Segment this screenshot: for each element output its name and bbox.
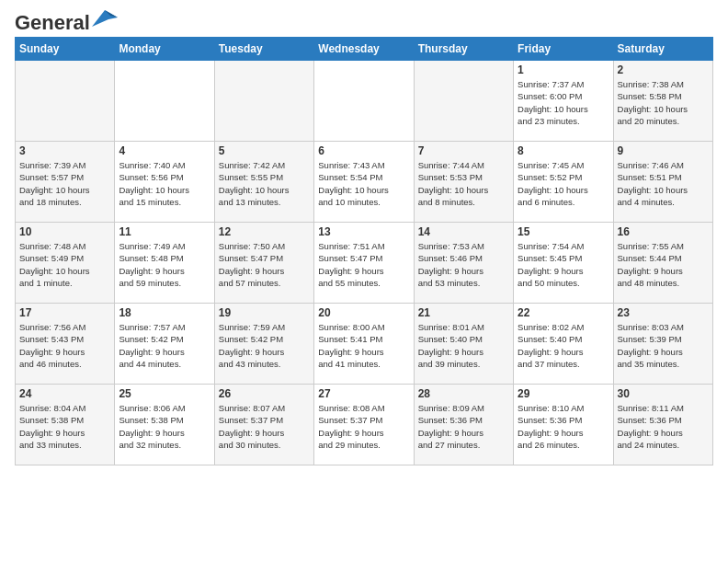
calendar-cell: 19Sunrise: 7:59 AMSunset: 5:42 PMDayligh… <box>214 304 313 385</box>
calendar-cell: 11Sunrise: 7:49 AMSunset: 5:48 PMDayligh… <box>115 223 214 304</box>
day-info: Sunrise: 8:02 AMSunset: 5:40 PMDaylight:… <box>518 321 609 370</box>
day-number: 22 <box>518 306 609 319</box>
calendar-cell <box>16 61 115 142</box>
week-row-3: 10Sunrise: 7:48 AMSunset: 5:49 PMDayligh… <box>16 223 713 304</box>
col-header-wednesday: Wednesday <box>314 38 414 61</box>
day-number: 19 <box>219 306 310 319</box>
day-number: 15 <box>518 225 609 238</box>
calendar-cell <box>115 61 214 142</box>
day-info: Sunrise: 7:43 AMSunset: 5:54 PMDaylight:… <box>318 159 409 208</box>
col-header-friday: Friday <box>514 38 613 61</box>
day-number: 4 <box>119 144 210 157</box>
day-number: 1 <box>518 63 609 76</box>
calendar-cell: 23Sunrise: 8:03 AMSunset: 5:39 PMDayligh… <box>613 304 712 385</box>
calendar-cell: 17Sunrise: 7:56 AMSunset: 5:43 PMDayligh… <box>16 304 115 385</box>
calendar-cell: 3Sunrise: 7:39 AMSunset: 5:57 PMDaylight… <box>16 142 115 223</box>
calendar-cell: 14Sunrise: 7:53 AMSunset: 5:46 PMDayligh… <box>414 223 513 304</box>
calendar-cell: 29Sunrise: 8:10 AMSunset: 5:36 PMDayligh… <box>514 385 613 465</box>
day-info: Sunrise: 7:56 AMSunset: 5:43 PMDaylight:… <box>19 321 110 370</box>
logo-general: General <box>15 11 90 34</box>
calendar-cell: 15Sunrise: 7:54 AMSunset: 5:45 PMDayligh… <box>514 223 613 304</box>
calendar-cell: 21Sunrise: 8:01 AMSunset: 5:40 PMDayligh… <box>414 304 513 385</box>
calendar-cell: 12Sunrise: 7:50 AMSunset: 5:47 PMDayligh… <box>214 223 313 304</box>
day-number: 9 <box>618 144 709 157</box>
day-info: Sunrise: 8:00 AMSunset: 5:41 PMDaylight:… <box>318 321 409 370</box>
week-row-1: 1Sunrise: 7:37 AMSunset: 6:00 PMDaylight… <box>16 61 713 142</box>
calendar-cell: 25Sunrise: 8:06 AMSunset: 5:38 PMDayligh… <box>115 385 214 465</box>
col-header-saturday: Saturday <box>613 38 712 61</box>
day-number: 28 <box>418 387 509 400</box>
day-info: Sunrise: 7:39 AMSunset: 5:57 PMDaylight:… <box>19 159 110 208</box>
calendar-cell: 18Sunrise: 7:57 AMSunset: 5:42 PMDayligh… <box>115 304 214 385</box>
calendar-cell: 10Sunrise: 7:48 AMSunset: 5:49 PMDayligh… <box>16 223 115 304</box>
calendar-cell: 16Sunrise: 7:55 AMSunset: 5:44 PMDayligh… <box>613 223 712 304</box>
day-number: 30 <box>618 387 709 400</box>
day-info: Sunrise: 8:10 AMSunset: 5:36 PMDaylight:… <box>518 402 609 451</box>
calendar-cell: 8Sunrise: 7:45 AMSunset: 5:52 PMDaylight… <box>514 142 613 223</box>
day-info: Sunrise: 8:06 AMSunset: 5:38 PMDaylight:… <box>119 402 210 451</box>
calendar-cell: 5Sunrise: 7:42 AMSunset: 5:55 PMDaylight… <box>214 142 313 223</box>
header-row: SundayMondayTuesdayWednesdayThursdayFrid… <box>16 38 713 61</box>
day-number: 29 <box>518 387 609 400</box>
day-number: 13 <box>318 225 409 238</box>
calendar-table: SundayMondayTuesdayWednesdayThursdayFrid… <box>15 37 713 465</box>
calendar-cell: 26Sunrise: 8:07 AMSunset: 5:37 PMDayligh… <box>214 385 313 465</box>
calendar-cell: 20Sunrise: 8:00 AMSunset: 5:41 PMDayligh… <box>314 304 414 385</box>
day-info: Sunrise: 7:44 AMSunset: 5:53 PMDaylight:… <box>418 159 509 208</box>
day-info: Sunrise: 8:08 AMSunset: 5:37 PMDaylight:… <box>318 402 409 451</box>
calendar-cell: 1Sunrise: 7:37 AMSunset: 6:00 PMDaylight… <box>514 61 613 142</box>
week-row-4: 17Sunrise: 7:56 AMSunset: 5:43 PMDayligh… <box>16 304 713 385</box>
day-info: Sunrise: 7:54 AMSunset: 5:45 PMDaylight:… <box>518 240 609 289</box>
calendar-cell: 24Sunrise: 8:04 AMSunset: 5:38 PMDayligh… <box>16 385 115 465</box>
day-number: 20 <box>318 306 409 319</box>
calendar-cell: 7Sunrise: 7:44 AMSunset: 5:53 PMDaylight… <box>414 142 513 223</box>
calendar-cell: 4Sunrise: 7:40 AMSunset: 5:56 PMDaylight… <box>115 142 214 223</box>
calendar-cell: 9Sunrise: 7:46 AMSunset: 5:51 PMDaylight… <box>613 142 712 223</box>
day-info: Sunrise: 7:42 AMSunset: 5:55 PMDaylight:… <box>219 159 310 208</box>
day-number: 5 <box>219 144 310 157</box>
day-number: 14 <box>418 225 509 238</box>
header: General <box>15 9 713 29</box>
calendar-cell: 30Sunrise: 8:11 AMSunset: 5:36 PMDayligh… <box>613 385 712 465</box>
col-header-monday: Monday <box>115 38 214 61</box>
week-row-5: 24Sunrise: 8:04 AMSunset: 5:38 PMDayligh… <box>16 385 713 465</box>
day-info: Sunrise: 7:49 AMSunset: 5:48 PMDaylight:… <box>119 240 210 289</box>
day-number: 6 <box>318 144 409 157</box>
week-row-2: 3Sunrise: 7:39 AMSunset: 5:57 PMDaylight… <box>16 142 713 223</box>
page: General SundayMondayTuesdayWednesdayThur… <box>0 0 728 480</box>
day-info: Sunrise: 7:38 AMSunset: 5:58 PMDaylight:… <box>618 78 709 127</box>
day-info: Sunrise: 8:03 AMSunset: 5:39 PMDaylight:… <box>618 321 709 370</box>
day-number: 10 <box>19 225 110 238</box>
day-info: Sunrise: 7:50 AMSunset: 5:47 PMDaylight:… <box>219 240 310 289</box>
day-info: Sunrise: 8:07 AMSunset: 5:37 PMDaylight:… <box>219 402 310 451</box>
day-info: Sunrise: 7:40 AMSunset: 5:56 PMDaylight:… <box>119 159 210 208</box>
day-number: 21 <box>418 306 509 319</box>
calendar-cell <box>214 61 313 142</box>
day-info: Sunrise: 8:09 AMSunset: 5:36 PMDaylight:… <box>418 402 509 451</box>
day-number: 27 <box>318 387 409 400</box>
day-number: 24 <box>19 387 110 400</box>
day-info: Sunrise: 7:57 AMSunset: 5:42 PMDaylight:… <box>119 321 210 370</box>
day-number: 7 <box>418 144 509 157</box>
calendar-cell: 6Sunrise: 7:43 AMSunset: 5:54 PMDaylight… <box>314 142 414 223</box>
day-number: 12 <box>219 225 310 238</box>
day-info: Sunrise: 7:55 AMSunset: 5:44 PMDaylight:… <box>618 240 709 289</box>
col-header-thursday: Thursday <box>414 38 513 61</box>
svg-marker-0 <box>92 10 118 27</box>
day-number: 17 <box>19 306 110 319</box>
day-info: Sunrise: 8:01 AMSunset: 5:40 PMDaylight:… <box>418 321 509 370</box>
day-info: Sunrise: 8:11 AMSunset: 5:36 PMDaylight:… <box>618 402 709 451</box>
day-info: Sunrise: 7:46 AMSunset: 5:51 PMDaylight:… <box>618 159 709 208</box>
calendar-cell: 22Sunrise: 8:02 AMSunset: 5:40 PMDayligh… <box>514 304 613 385</box>
day-number: 23 <box>618 306 709 319</box>
col-header-tuesday: Tuesday <box>214 38 313 61</box>
day-number: 25 <box>119 387 210 400</box>
day-info: Sunrise: 7:59 AMSunset: 5:42 PMDaylight:… <box>219 321 310 370</box>
day-number: 18 <box>119 306 210 319</box>
day-info: Sunrise: 8:04 AMSunset: 5:38 PMDaylight:… <box>19 402 110 451</box>
day-number: 3 <box>19 144 110 157</box>
day-number: 2 <box>618 63 709 76</box>
col-header-sunday: Sunday <box>16 38 115 61</box>
day-number: 16 <box>618 225 709 238</box>
day-number: 26 <box>219 387 310 400</box>
